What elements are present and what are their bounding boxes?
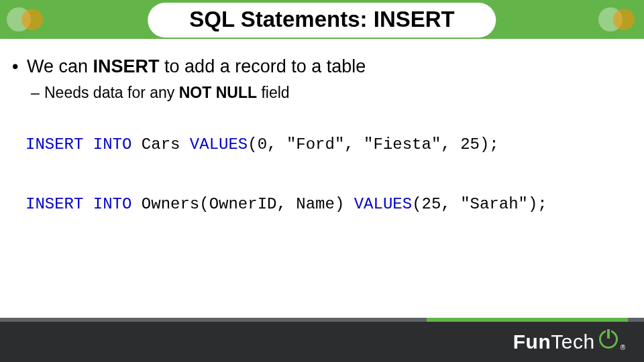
- bullet-text: We can: [27, 56, 93, 76]
- code-keyword: VALUES: [190, 135, 248, 154]
- decor-blob: [613, 9, 635, 30]
- decor-blobs-left: [7, 0, 43, 39]
- decor-blobs-right: [598, 0, 635, 39]
- code-keyword: VALUES: [354, 195, 412, 213]
- code-keyword: INSERT INTO: [25, 135, 131, 154]
- bullet-text: field: [257, 84, 290, 101]
- bullet-text: Needs data for any: [44, 84, 179, 101]
- title-pill: SQL Statements: INSERT: [148, 3, 496, 38]
- code-line-2: INSERT INTO Owners(OwnerID, Name) VALUES…: [25, 195, 632, 213]
- code-block: INSERT INTO Cars VALUES(0, "Ford", "Fies…: [25, 135, 632, 213]
- code-text: (0, "Ford", "Fiesta", 25);: [248, 135, 498, 154]
- bullet-level2: Needs data for any NOT NULL field: [31, 84, 632, 102]
- code-text: Cars: [131, 135, 189, 154]
- brand-logo: FunTech ®: [513, 330, 625, 354]
- bullet-strong: INSERT: [93, 56, 160, 76]
- brand-tech: Tech: [551, 330, 594, 353]
- code-keyword: INSERT INTO: [25, 195, 131, 213]
- brand-fun: Fun: [513, 330, 551, 353]
- brand-text: FunTech: [513, 330, 595, 353]
- slide: SQL Statements: INSERT We can INSERT to …: [0, 0, 644, 362]
- code-text: (25, "Sarah");: [412, 195, 547, 213]
- content-area: We can INSERT to add a record to a table…: [12, 56, 632, 255]
- slide-title: SQL Statements: INSERT: [189, 7, 454, 32]
- code-line-1: INSERT INTO Cars VALUES(0, "Ford", "Fies…: [25, 135, 632, 154]
- bullet-level1: We can INSERT to add a record to a table: [12, 56, 632, 77]
- power-icon: [599, 330, 618, 349]
- bullet-strong: NOT NULL: [179, 84, 257, 101]
- code-text: Owners(OwnerID, Name): [131, 195, 354, 213]
- decor-blob: [21, 9, 43, 30]
- bullet-text: to add a record to a table: [160, 56, 366, 76]
- registered-mark: ®: [621, 344, 625, 351]
